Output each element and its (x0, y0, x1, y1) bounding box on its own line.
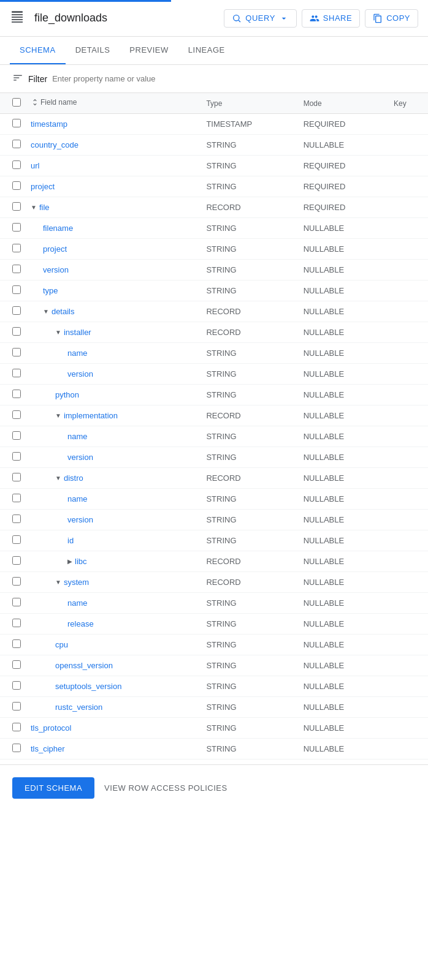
row-checkbox[interactable] (12, 244, 21, 252)
row-checkbox[interactable] (12, 431, 21, 440)
query-button[interactable]: QUERY (224, 9, 297, 28)
select-all-checkbox[interactable] (12, 98, 21, 107)
row-checkbox[interactable] (12, 369, 21, 377)
field-type: STRING (201, 385, 298, 405)
tab-lineage[interactable]: LINEAGE (178, 37, 235, 64)
row-checkbox[interactable] (12, 265, 21, 273)
expand-down-icon[interactable]: ▼ (43, 308, 49, 315)
field-mode: NULLABLE (299, 489, 389, 510)
field-mode: NULLABLE (299, 676, 389, 697)
field-name-link[interactable]: setuptools_version (55, 682, 121, 691)
field-type: STRING (201, 739, 298, 760)
field-name-link[interactable]: distro (64, 473, 83, 483)
share-button[interactable]: SHARE (302, 9, 360, 28)
field-type: RECORD (201, 572, 298, 593)
view-policies-button[interactable]: VIEW ROW ACCESS POLICIES (104, 783, 227, 793)
key-header: Key (389, 93, 428, 114)
tab-details[interactable]: DETAILS (66, 37, 120, 64)
field-name-link[interactable]: url (31, 161, 39, 170)
table-row: nameSTRINGNULLABLE (0, 426, 428, 447)
page-title: file_downloads (34, 12, 214, 24)
field-name-link[interactable]: id (67, 536, 74, 545)
field-name-link[interactable]: timestamp (31, 119, 67, 129)
row-checkbox[interactable] (12, 660, 21, 669)
row-checkbox[interactable] (12, 181, 21, 190)
field-name-link[interactable]: filename (43, 224, 73, 233)
field-name-link[interactable]: type (43, 286, 58, 295)
row-checkbox[interactable] (12, 556, 21, 565)
copy-button[interactable]: COPY (365, 9, 418, 28)
field-key (389, 114, 428, 135)
field-name-link[interactable]: details (52, 307, 75, 316)
row-checkbox[interactable] (12, 202, 21, 211)
field-key (389, 301, 428, 322)
field-name-link[interactable]: country_code (31, 140, 78, 149)
field-name-link[interactable]: installer (64, 328, 91, 337)
field-name-link[interactable]: libc (75, 557, 87, 566)
field-name-link[interactable]: project (31, 182, 55, 191)
row-checkbox[interactable] (12, 639, 21, 648)
field-name-link[interactable]: openssl_version (55, 661, 113, 670)
field-name-link[interactable]: version (67, 453, 93, 462)
tab-schema[interactable]: SCHEMA (10, 37, 66, 64)
expand-down-icon[interactable]: ▼ (31, 204, 37, 211)
field-key (389, 260, 428, 281)
field-name-link[interactable]: system (64, 578, 89, 587)
filter-input[interactable] (52, 74, 416, 83)
tab-preview[interactable]: PREVIEW (120, 37, 178, 64)
row-checkbox[interactable] (12, 160, 21, 169)
field-name-link[interactable]: release (67, 619, 94, 628)
field-name-link[interactable]: cpu (55, 640, 68, 649)
expand-down-icon[interactable]: ▼ (55, 329, 61, 336)
field-name-link[interactable]: python (55, 390, 79, 399)
expand-right-icon[interactable]: ▶ (67, 558, 72, 565)
table-row: ▼implementationRECORDNULLABLE (0, 405, 428, 426)
field-name-link[interactable]: implementation (64, 411, 118, 420)
row-checkbox[interactable] (12, 744, 21, 752)
expand-down-icon[interactable]: ▼ (55, 475, 61, 481)
row-checkbox[interactable] (12, 681, 21, 690)
table-row: projectSTRINGNULLABLE (0, 239, 428, 260)
row-checkbox[interactable] (12, 619, 21, 627)
row-checkbox[interactable] (12, 702, 21, 710)
row-checkbox[interactable] (12, 410, 21, 419)
field-type: STRING (201, 364, 298, 385)
field-name-link[interactable]: name (67, 432, 88, 441)
row-checkbox[interactable] (12, 306, 21, 315)
row-checkbox[interactable] (12, 327, 21, 336)
row-checkbox[interactable] (12, 223, 21, 232)
edit-schema-button[interactable]: EDIT SCHEMA (12, 777, 94, 799)
field-name-link[interactable]: rustc_version (55, 703, 102, 712)
field-name-link[interactable]: name (67, 349, 88, 358)
row-checkbox[interactable] (12, 514, 21, 523)
row-checkbox[interactable] (12, 535, 21, 544)
field-name-link[interactable]: name (67, 494, 88, 503)
field-name-link[interactable]: project (43, 244, 67, 254)
row-checkbox[interactable] (12, 494, 21, 502)
field-name-link[interactable]: version (43, 265, 69, 274)
field-name-link[interactable]: name (67, 598, 88, 608)
row-checkbox[interactable] (12, 723, 21, 731)
field-mode: NULLABLE (299, 426, 389, 447)
expand-down-icon[interactable]: ▼ (55, 579, 61, 586)
row-checkbox[interactable] (12, 452, 21, 461)
table-row: versionSTRINGNULLABLE (0, 447, 428, 468)
row-checkbox[interactable] (12, 598, 21, 606)
field-name-link[interactable]: version (67, 369, 93, 379)
field-type: STRING (201, 510, 298, 530)
row-checkbox[interactable] (12, 577, 21, 586)
row-checkbox[interactable] (12, 390, 21, 398)
svg-rect-0 (12, 11, 23, 13)
field-name-link[interactable]: tls_protocol (31, 723, 71, 733)
field-name-link[interactable]: version (67, 515, 93, 524)
row-checkbox[interactable] (12, 140, 21, 148)
field-name-link[interactable]: file (39, 203, 50, 212)
field-name-link[interactable]: tls_cipher (31, 744, 65, 753)
row-checkbox[interactable] (12, 473, 21, 481)
field-name-header[interactable]: Field name (26, 93, 201, 114)
row-checkbox[interactable] (12, 348, 21, 356)
row-checkbox[interactable] (12, 119, 21, 127)
copy-label: COPY (386, 13, 410, 23)
row-checkbox[interactable] (12, 285, 21, 294)
expand-down-icon[interactable]: ▼ (55, 412, 61, 419)
